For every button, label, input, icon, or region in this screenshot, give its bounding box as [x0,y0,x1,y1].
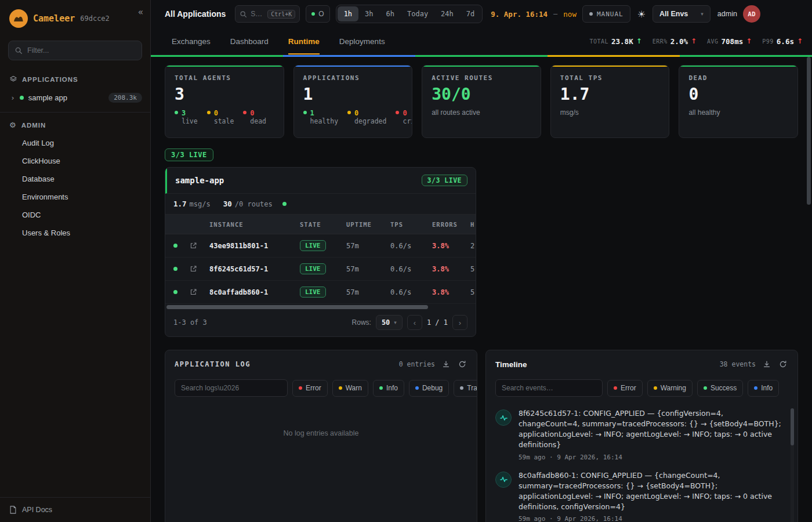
stat-cards: TOTAL AGENTS 3 3live 0stale 0dead APPLIC… [165,65,798,138]
app-card-title[interactable]: sample-app [175,176,224,185]
filter-chip-error[interactable]: Error [292,380,328,397]
timeline-search-input[interactable] [495,379,603,397]
search-icon [240,10,247,18]
timeline-scrollbar[interactable] [791,408,794,522]
range-button-today[interactable]: Today [401,6,434,21]
filter-chip-success[interactable]: Success [697,380,743,397]
tab-exchanges[interactable]: Exchanges [172,28,211,55]
timeline-event-count: 38 events [720,360,756,368]
timeline-event[interactable]: 8f6245c61d57-1: CONFIG_APPLIED — {config… [495,408,782,461]
metric-avg-latency: AVG 708ms ↑ [707,37,752,46]
card-value: 1 [294,82,412,104]
card-total-tps: TOTAL TPS 1.7 msg/s [550,65,670,138]
sidebar-item-users-roles[interactable]: Users & Roles [0,224,150,242]
scrollbar-thumb[interactable] [807,57,811,205]
col-instance: INSTANCE [209,221,300,228]
timeline-event[interactable]: 8c0affadb860-1: CONFIG_APPLIED — {change… [495,470,782,522]
filter-input[interactable] [27,46,136,55]
tab-deployments[interactable]: Deployments [339,28,385,55]
next-page-button[interactable]: › [452,315,467,330]
filter-chip-info[interactable]: Info [748,380,779,397]
range-button-7d[interactable]: 7d [460,6,481,21]
theme-toggle-button[interactable]: ☀ [636,9,647,20]
now-label[interactable]: now [563,10,577,19]
live-summary-row: 3/3 LIVE [165,148,798,161]
chip-dot [704,386,707,390]
tps-value: 1.7 [173,200,187,208]
api-docs-link[interactable]: API Docs [0,497,150,522]
sidebar-item-database[interactable]: Database [0,170,150,188]
filter-chip-warn[interactable]: Warn [332,380,368,397]
filter-chip-info[interactable]: Info [373,380,404,397]
main-scrollbar[interactable] [806,57,811,521]
applications-section-label: APPLICATIONS [22,76,78,83]
sidebar-item-oidc[interactable]: OIDC [0,206,150,224]
scrollbar-thumb[interactable] [791,408,794,445]
event-text: 8c0affadb860-1: CONFIG_APPLIED — {change… [519,470,782,513]
global-search[interactable]: Ctrl+K [235,5,300,23]
instance-status-dot [173,290,177,294]
filter-chip-error[interactable]: Error [607,380,643,397]
tab-runtime[interactable]: Runtime [288,28,320,55]
sidebar-item-clickhouse[interactable]: ClickHouse [0,152,150,170]
card-subtitle: msg/s [551,104,669,117]
table-row[interactable]: 8c0affadb860-1 LIVE 57m 0.6/s 3.8% 5 [165,281,476,304]
stack-icon [9,75,17,84]
sample-app-label: sample app [28,93,67,102]
admin-section-label: ADMIN [21,122,46,129]
filter-chip-warning[interactable]: Warning [647,380,693,397]
avatar[interactable]: AD [743,5,760,23]
card-total-agents: TOTAL AGENTS 3 3live 0stale 0dead [165,65,284,138]
range-button-24h[interactable]: 24h [434,6,460,21]
card-title: TOTAL TPS [551,67,669,82]
rows-per-page-select[interactable]: 50 ▾ [376,315,403,330]
username-label: admin [717,10,737,18]
sidebar-item-audit-log[interactable]: Audit Log [0,134,150,152]
global-search-input[interactable] [251,10,263,18]
admin-section-header: ⚙ ADMIN [0,115,150,134]
filter-chip-debug[interactable]: Debug [409,380,449,397]
gear-icon: ⚙ [9,121,17,129]
chip-dot [654,386,657,390]
refresh-icon[interactable] [457,359,467,369]
refresh-icon[interactable] [778,359,788,369]
tab-dashboard[interactable]: Dashboard [230,28,269,55]
tps-cell: 0.6/s [390,242,432,250]
sidebar-item-sample-app[interactable]: › sample app 208.3k [0,88,150,107]
filter-chip-trace[interactable]: Trace [454,380,477,397]
sidebar: « Cameleer 69dcce2 APPLICATIONS › sample… [0,0,151,522]
range-button-1h[interactable]: 1h [338,6,358,21]
chip-dot [339,386,342,390]
card-title: ACTIVE ROUTES [422,67,541,82]
external-link-icon[interactable] [190,242,197,249]
tabs: Exchanges Dashboard Runtime Deployments [172,28,385,55]
online-status-label: O [318,10,324,18]
sidebar-collapse-button[interactable]: « [138,7,143,17]
download-icon[interactable] [762,359,772,369]
scrollbar-thumb[interactable] [166,305,428,309]
rows-per-page-label: Rows: [352,318,371,327]
range-button-6h[interactable]: 6h [380,6,401,21]
download-icon[interactable] [441,359,451,369]
sidebar-item-environments[interactable]: Environments [0,188,150,206]
table-row[interactable]: 43ee9811b801-1 LIVE 57m 0.6/s 3.8% 2 [165,234,476,258]
table-horizontal-scrollbar[interactable] [166,304,474,310]
external-link-icon[interactable] [190,265,197,273]
online-status-dot [311,12,315,16]
prev-page-button[interactable]: ‹ [407,315,422,330]
instance-status-dot [173,244,177,248]
table-row[interactable]: 8f6245c61d57-1 LIVE 57m 0.6/s 3.8% 5 [165,258,476,281]
timeline-panel-header: Timeline 38 events [486,350,798,377]
log-search-input[interactable] [175,379,288,397]
timeline-panel: Timeline 38 events Error Warning Success… [485,350,798,522]
environment-select[interactable]: All Envs ▾ [652,5,710,23]
main-area: All Applications Ctrl+K O 1h 3h 6h Today… [151,0,812,522]
document-icon [9,506,17,514]
manual-refresh-button[interactable]: MANUAL [582,5,630,23]
app-card-metrics: 1.7 msg/s 30 /0 routes [165,194,476,215]
external-link-icon[interactable] [190,288,197,296]
trend-up-icon: ↑ [636,37,642,45]
range-button-3h[interactable]: 3h [358,6,379,21]
instance-id: 8c0affadb860-1 [209,288,300,296]
online-status-chip[interactable]: O [306,5,329,23]
